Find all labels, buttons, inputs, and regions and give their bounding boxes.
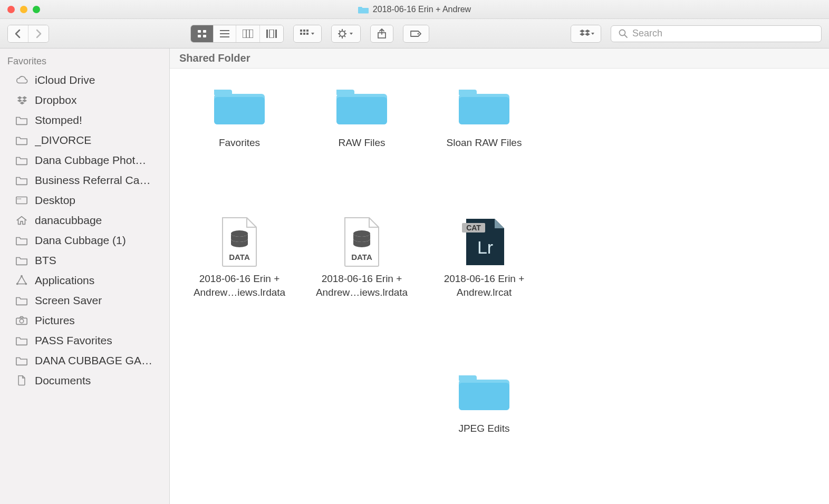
svg-rect-13 (300, 30, 302, 32)
home-icon (15, 215, 28, 226)
svg-rect-0 (198, 30, 201, 33)
share-group (370, 25, 393, 43)
action-button[interactable] (332, 25, 360, 42)
sidebar-item-label: DANA CUBBAGE GA… (35, 354, 152, 367)
sidebar-item[interactable]: PASS Favorites (0, 331, 169, 351)
sidebar-item[interactable]: Dana Cubbage (1) (0, 230, 169, 250)
folder-item[interactable]: Favorites (178, 83, 301, 203)
svg-point-29 (418, 33, 419, 34)
sidebar-item[interactable]: _DIVORCE (0, 130, 169, 150)
item-label: 2018-06-16 Erin +Andrew…iews.lrdata (194, 272, 285, 299)
svg-rect-12 (275, 30, 277, 38)
svg-text:Lr: Lr (477, 237, 493, 257)
window-title: 2018-06-16 Erin + Andrew (0, 0, 829, 18)
sidebar-item[interactable]: Pictures (0, 311, 169, 331)
list-view-icon (220, 30, 229, 38)
sidebar: Favorites iCloud DriveDropboxStomped!_DI… (0, 49, 170, 504)
svg-text:DATA: DATA (351, 253, 372, 261)
sidebar-item-label: danacubbage (35, 214, 102, 227)
sidebar-item[interactable]: Screen Saver (0, 290, 169, 311)
file-item[interactable]: DATA 2018-06-16 Erin +Andrew…iews.lrdata (178, 219, 301, 353)
back-button[interactable] (8, 25, 28, 42)
desktop-icon (15, 195, 28, 206)
svg-rect-1 (203, 30, 206, 33)
folder-item[interactable]: JPEG Edits (423, 369, 545, 489)
maximize-button[interactable] (33, 6, 40, 13)
icon-grid[interactable]: Favorites RAW Files Sloan RAW Files DATA… (170, 69, 829, 504)
sidebar-item[interactable]: DANA CUBBAGE GA… (0, 351, 169, 371)
sidebar-item-label: Dana Cubbage (1) (35, 234, 126, 247)
svg-rect-15 (306, 30, 309, 32)
folder-icon (15, 235, 28, 246)
folder-icon (15, 114, 28, 126)
svg-rect-3 (203, 35, 206, 37)
sidebar-item[interactable]: Dropbox (0, 90, 169, 110)
sidebar-item-label: Stomped! (35, 114, 82, 127)
sidebar-item[interactable]: BTS (0, 250, 169, 270)
gallery-view-button[interactable] (260, 25, 283, 42)
svg-rect-11 (269, 30, 274, 38)
dropbox-group (571, 25, 601, 43)
folder-icon (456, 83, 513, 129)
sidebar-item-label: Dana Cubbage Phot… (35, 154, 146, 167)
tags-button[interactable] (403, 25, 429, 42)
share-button[interactable] (371, 25, 393, 42)
item-label: Sloan RAW Files (447, 136, 522, 150)
sidebar-item[interactable]: Stomped! (0, 110, 169, 130)
arrange-group (293, 25, 322, 43)
traffic-lights (0, 6, 40, 13)
sidebar-item[interactable]: danacubbage (0, 210, 169, 230)
svg-rect-6 (220, 36, 229, 37)
grid-spacer (545, 83, 668, 203)
sidebar-item-label: Desktop (35, 194, 75, 207)
column-view-button[interactable] (236, 25, 260, 42)
svg-rect-33 (214, 97, 265, 124)
svg-rect-18 (306, 33, 309, 35)
svg-rect-10 (266, 30, 268, 38)
svg-rect-14 (303, 30, 305, 32)
close-button[interactable] (7, 6, 15, 13)
svg-rect-17 (303, 33, 305, 35)
view-mode-group (190, 25, 284, 43)
sidebar-item[interactable]: Business Referral Ca… (0, 170, 169, 190)
svg-rect-4 (220, 30, 229, 31)
folder-icon (15, 295, 28, 306)
svg-rect-5 (220, 33, 229, 34)
file-item[interactable]: CAT Lr 2018-06-16 Erin +Andrew.lrcat (423, 219, 545, 353)
sidebar-item[interactable]: Documents (0, 371, 169, 391)
folder-icon (15, 175, 28, 186)
sidebar-item[interactable]: Desktop (0, 190, 169, 210)
svg-point-40 (353, 230, 370, 237)
svg-point-19 (340, 31, 345, 36)
folder-icon (15, 154, 28, 166)
item-label: 2018-06-16 Erin +Andrew.lrcat (444, 272, 525, 299)
icon-view-button[interactable] (191, 25, 214, 42)
sidebar-item[interactable]: iCloud Drive (0, 70, 169, 90)
list-view-button[interactable] (214, 25, 236, 42)
folder-item[interactable]: RAW Files (301, 83, 423, 203)
svg-text:CAT: CAT (466, 224, 481, 232)
svg-line-24 (339, 31, 340, 32)
arrange-button[interactable] (294, 25, 321, 42)
item-label: JPEG Edits (458, 422, 509, 435)
minimize-button[interactable] (20, 6, 27, 13)
svg-rect-35 (336, 97, 387, 124)
sidebar-item[interactable]: Dana Cubbage Phot… (0, 150, 169, 170)
folder-item[interactable]: Sloan RAW Files (423, 83, 545, 203)
dropbox-button[interactable] (571, 25, 601, 42)
column-view-icon (243, 30, 253, 38)
file-item[interactable]: DATA 2018-06-16 Erin +Andrew…iews.lrdata (301, 219, 423, 353)
content-area: Favorites iCloud DriveDropboxStomped!_DI… (0, 49, 829, 504)
lrcat-icon: CAT Lr (456, 219, 513, 265)
gear-icon (338, 29, 354, 38)
forward-button[interactable] (28, 25, 49, 42)
share-icon (377, 28, 387, 39)
dropbox-icon (15, 94, 28, 106)
dropbox-icon (577, 29, 594, 38)
nav-buttons (7, 25, 49, 43)
search-input[interactable]: Search (611, 25, 822, 42)
cloud-icon (15, 74, 28, 86)
item-label: 2018-06-16 Erin +Andrew…iews.lrdata (316, 272, 408, 299)
sidebar-item[interactable]: Applications (0, 270, 169, 290)
gallery-view-icon (266, 30, 277, 38)
